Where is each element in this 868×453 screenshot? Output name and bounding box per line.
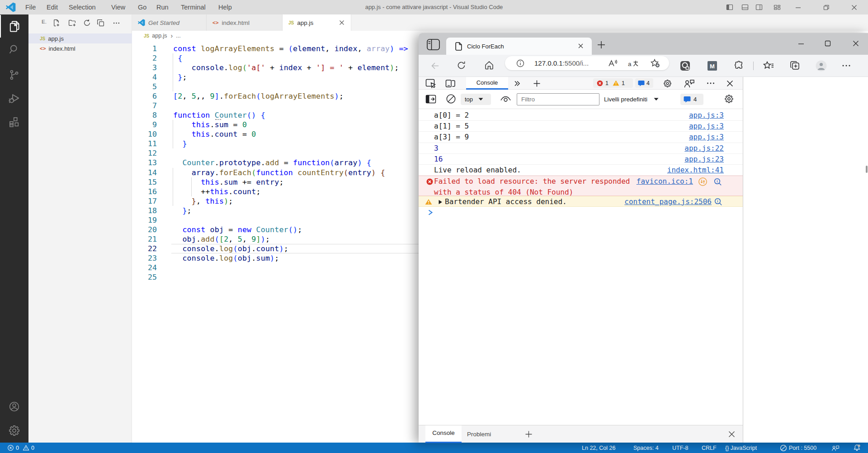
device-toolbar-icon[interactable] xyxy=(445,79,456,88)
address-bar[interactable]: 127.0.0.1:5500/i... a xyxy=(505,56,669,70)
editor-tab-get-started[interactable]: Get Started xyxy=(132,14,207,31)
editor-tab-app.js[interactable]: JSapp.js xyxy=(283,14,351,31)
drawer-add-icon[interactable] xyxy=(525,430,533,438)
status-spaces-4[interactable]: Spaces: 4 xyxy=(633,443,659,453)
expand-triangle-icon[interactable] xyxy=(438,200,443,205)
extensions-puzzle-icon[interactable] xyxy=(734,60,744,71)
activitybar-settings[interactable] xyxy=(0,419,28,442)
devtools-feedback-icon[interactable] xyxy=(684,79,695,88)
restore-button[interactable] xyxy=(818,0,834,14)
translate-icon[interactable]: a xyxy=(628,59,639,68)
console-settings-icon[interactable] xyxy=(724,94,734,104)
tab-close-icon[interactable] xyxy=(577,43,584,49)
status-crlf[interactable]: CRLF xyxy=(702,443,717,453)
edge-toolbar: 127.0.0.1:5500/i... a M xyxy=(419,55,868,77)
new-folder-icon[interactable] xyxy=(68,19,76,27)
explorer-more-actions-icon[interactable] xyxy=(113,19,120,27)
edge-maximize-button[interactable] xyxy=(824,39,832,48)
vertical-tabs-icon[interactable] xyxy=(427,39,440,50)
site-info-icon[interactable] xyxy=(516,59,525,68)
favorites-icon[interactable] xyxy=(763,61,774,71)
context-selector[interactable]: top xyxy=(461,94,491,105)
source-link[interactable]: app.js:23 xyxy=(684,154,724,165)
refresh-explorer-icon[interactable] xyxy=(83,19,91,27)
source-link[interactable]: app.js:3 xyxy=(689,132,724,143)
activitybar-run-debug[interactable] xyxy=(0,87,28,110)
log-levels-selector[interactable]: Livelli predefiniti xyxy=(604,94,659,105)
notifications-bell-icon[interactable] xyxy=(853,443,861,453)
add-devtools-tab-icon[interactable] xyxy=(533,79,541,88)
search-similar-icon[interactable] xyxy=(714,198,722,206)
clear-console-icon[interactable] xyxy=(446,94,456,104)
breadcrumb-rest[interactable]: ... xyxy=(176,33,180,39)
search-similar-icon[interactable] xyxy=(714,178,722,186)
new-file-icon[interactable] xyxy=(52,19,60,27)
collapse-folders-icon[interactable] xyxy=(97,19,104,27)
extension-m-icon[interactable]: M xyxy=(707,61,717,71)
file-item-app.js[interactable]: JSapp.js xyxy=(28,33,132,43)
collections-icon[interactable] xyxy=(789,60,800,71)
source-link[interactable]: app.js:3 xyxy=(689,110,724,121)
line-number: 9 xyxy=(132,120,157,129)
page-scrollbar-thumb[interactable] xyxy=(866,166,868,173)
drawer-tab-problems[interactable]: Problemi xyxy=(467,425,491,443)
file-item-index.html[interactable]: <>index.html xyxy=(28,43,132,53)
open-network-request-icon[interactable] xyxy=(698,177,707,186)
url-text[interactable]: 127.0.0.1:5500/i... xyxy=(534,59,589,67)
problems-status[interactable]: 0 0 xyxy=(7,443,34,453)
activitybar-explorer[interactable] xyxy=(0,15,28,38)
live-share-icon[interactable] xyxy=(831,443,840,453)
back-icon[interactable] xyxy=(430,61,440,71)
source-link[interactable]: index.html:41 xyxy=(667,165,724,176)
more-tabs-icon[interactable] xyxy=(513,80,521,87)
read-aloud-icon[interactable] xyxy=(608,59,618,68)
devtools-tab-console[interactable]: Console xyxy=(466,77,508,90)
customize-layout-icon[interactable] xyxy=(769,0,785,14)
refresh-icon[interactable] xyxy=(457,61,466,70)
drawer-close-icon[interactable] xyxy=(728,430,736,438)
drawer-tab-console[interactable]: Console xyxy=(425,425,462,443)
close-tab-icon[interactable] xyxy=(339,19,345,26)
activitybar-accounts[interactable] xyxy=(0,395,28,418)
status--javascript[interactable]: {} JavaScript xyxy=(725,443,757,453)
editor-tab-index.html[interactable]: <>index.html xyxy=(207,14,283,31)
browser-tab[interactable]: Ciclo ForEach xyxy=(446,38,592,55)
console-messages-badge[interactable]: 4 xyxy=(680,94,703,105)
breadcrumb-file[interactable]: app.js xyxy=(152,33,167,39)
activitybar-search[interactable] xyxy=(0,38,28,61)
source-link[interactable]: app.js:22 xyxy=(684,143,724,154)
extension-c-icon[interactable] xyxy=(680,61,690,71)
edge-close-button[interactable] xyxy=(852,39,860,48)
status-ln-22-col-26[interactable]: Ln 22, Col 26 xyxy=(582,443,615,453)
status-utf-8[interactable]: UTF-8 xyxy=(672,443,688,453)
status-port-5500[interactable]: Port : 5500 xyxy=(780,443,816,453)
source-link[interactable]: favicon.ico:1 xyxy=(637,176,693,187)
edge-minimize-button[interactable] xyxy=(797,40,805,48)
profile-avatar[interactable] xyxy=(816,60,827,72)
live-expression-eye-icon[interactable] xyxy=(500,95,511,103)
activitybar-extensions[interactable] xyxy=(0,111,28,134)
messages-counter[interactable]: 4 xyxy=(635,78,653,88)
toggle-secondary-sidebar-icon[interactable] xyxy=(751,0,767,14)
console-toolbar: top Livelli predefiniti 4 xyxy=(419,90,743,109)
source-link[interactable]: app.js:3 xyxy=(689,121,724,132)
add-favorite-icon[interactable] xyxy=(650,58,660,68)
inspect-element-icon[interactable] xyxy=(425,79,436,88)
minimize-button[interactable] xyxy=(790,0,806,14)
console-message-text: Bartender API access denied. xyxy=(445,196,567,207)
devtools-settings-icon[interactable] xyxy=(663,79,672,88)
new-tab-icon[interactable] xyxy=(596,40,606,50)
devtools-close-icon[interactable] xyxy=(726,79,734,88)
home-icon[interactable] xyxy=(484,60,494,70)
source-link[interactable]: content_page.js:2506 xyxy=(624,196,712,207)
edge-settings-more-icon[interactable] xyxy=(842,63,851,68)
issues-counter[interactable]: 1 1 xyxy=(593,78,633,88)
devtools-more-icon[interactable] xyxy=(707,82,715,85)
console-sidebar-icon[interactable] xyxy=(425,95,436,104)
console-row-prompt[interactable] xyxy=(419,207,743,218)
console-filter-input[interactable] xyxy=(517,93,599,105)
close-button[interactable] xyxy=(846,0,862,14)
activitybar-source-control[interactable] xyxy=(0,63,28,86)
browser-viewport[interactable] xyxy=(743,77,868,443)
toggle-sidebar-icon[interactable] xyxy=(722,0,738,14)
